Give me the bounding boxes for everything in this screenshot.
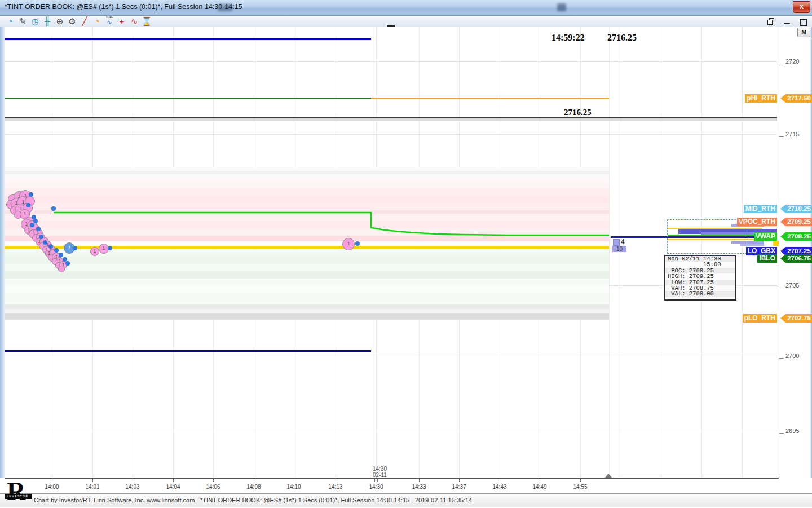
depth-heatmap-row (5, 221, 609, 228)
depth-heatmap-row (5, 228, 609, 236)
depth-heatmap-row (5, 214, 609, 221)
settlement-price-label: 2716.25 (564, 108, 592, 117)
price-tag-VPOC_RTH[interactable]: 2709.25 (780, 218, 812, 226)
x-axis-label: 14:49 (527, 484, 552, 490)
window-title: *TINT ORDER BOOK: @ES# (1s*) 1 Secs (0:0… (5, 3, 242, 11)
overnight-high-line (5, 38, 371, 40)
trade-dot (26, 203, 30, 207)
level-chip-VPOC_RTH[interactable]: VPOC_RTH (737, 218, 777, 226)
stopwatch-icon[interactable]: ◔ (5, 16, 16, 27)
y-axis-label: 2715 (785, 131, 799, 138)
level-chip-pLO_RTH[interactable]: pLO_RTH (743, 314, 777, 323)
x-axis-label: 14:00 (39, 484, 64, 490)
gridline-horizontal (5, 61, 777, 62)
trendline-icon[interactable]: ╱ (79, 16, 90, 27)
overnight-low-line (5, 350, 371, 352)
pane-splitter-handle[interactable] (387, 25, 395, 27)
price-tag-MID_RTH[interactable]: 2710.25 (780, 205, 812, 213)
depth-heatmap-row (5, 203, 609, 210)
dom-level-line (773, 241, 779, 246)
phi-rth-line (371, 98, 609, 99)
toolbar: ◔✎◷╫⊕⚙╱◔TITLE∿+∿⌛ (0, 16, 812, 28)
m-button[interactable]: M (797, 28, 810, 37)
x-axis-label: 14:13 (323, 484, 348, 490)
trade-dot (29, 192, 33, 197)
trade-dot (65, 261, 70, 266)
x-axis-label: 14:43 (487, 484, 512, 490)
cursor-position-marker (605, 474, 612, 478)
pencil-icon[interactable]: ✎ (17, 16, 28, 27)
last-trade-time: 14:59:22 (551, 33, 585, 43)
trade-dot (48, 244, 53, 249)
gridline-vertical (661, 27, 661, 478)
gridline-horizontal (5, 356, 777, 356)
title-chart-icon[interactable]: TITLE∿ (104, 16, 115, 27)
y-axis-label: 2695 (785, 427, 799, 434)
level-chip-VWAP[interactable]: VWAP (754, 232, 777, 241)
depth-heatmap-row (5, 236, 609, 241)
x-axis-label: 14:06 (201, 484, 226, 490)
close-button[interactable]: X (793, 1, 810, 13)
y-axis-tick (779, 64, 784, 64)
trade-dot (59, 253, 63, 257)
level-chip-IBLO[interactable]: IBLO (757, 254, 777, 263)
dom-selection-box (667, 219, 747, 254)
zoom-icon[interactable]: ⊕ (54, 16, 65, 27)
x-axis-tick (294, 479, 294, 482)
app-window: *TINT ORDER BOOK: @ES# (1s*) 1 Secs (0:0… (0, 0, 812, 508)
x-axis-tick (254, 479, 254, 482)
trade-dot (355, 241, 360, 246)
profile-tooltip: Mon 02/11 14:30 15:00 POC: 2708.25HIGH: … (664, 255, 736, 301)
x-axis-label: 14:10 (281, 484, 306, 490)
x-axis-tick (213, 479, 214, 482)
x-axis-tick (133, 479, 133, 482)
restore-window-icon[interactable] (766, 18, 775, 25)
depth-heatmap-row (5, 313, 609, 320)
depth-heatmap-row (5, 196, 609, 203)
y-axis-label: 2720 (785, 58, 799, 65)
depth-heatmap-row (5, 293, 609, 304)
x-axis-tick (336, 479, 336, 482)
ask-depth-swatch (613, 239, 620, 246)
bid-depth-count: 10 (612, 246, 626, 252)
title-bar[interactable]: *TINT ORDER BOOK: @ES# (1s*) 1 Secs (0:0… (0, 0, 812, 16)
level-chip-MID_RTH[interactable]: MID_RTH (744, 205, 777, 213)
logo-letter: R (7, 478, 25, 505)
y-axis-tick (779, 136, 784, 137)
chart-area[interactable]: 14:59:22 2716.25 2716.25 M 14:30 02-11 4… (0, 27, 812, 493)
trade-dot (39, 235, 43, 239)
x-axis-tick (419, 479, 420, 482)
x-axis-label: 14:01 (80, 484, 105, 490)
settings-gear-icon[interactable]: ⚙ (67, 16, 78, 27)
y-axis-tick (779, 358, 784, 359)
depth-heatmap-row (5, 309, 609, 313)
oscillator-icon[interactable]: ∿ (129, 16, 140, 27)
trade-bubble: 1 (342, 238, 355, 250)
level-chip-pHI_RTH[interactable]: pHI_RTH (745, 94, 777, 103)
alarm-icon[interactable]: ◔ (91, 16, 103, 27)
status-bar: R INVESTOR Chart by Investor/RT, Linn So… (0, 493, 812, 507)
price-tag-VWAP[interactable]: 2708.25 (780, 232, 812, 241)
trade-dot (73, 246, 77, 250)
x-axis-tick (377, 479, 378, 482)
x-axis-label: 14:03 (120, 484, 145, 490)
gridline-vertical (609, 27, 610, 478)
crosshair-icon[interactable]: + (116, 16, 127, 27)
hourglass-icon[interactable]: ⌛ (141, 16, 152, 27)
minimize-icon[interactable] (783, 18, 792, 25)
price-tag-pHI_RTH[interactable]: 2717.50 (780, 94, 812, 103)
price-tag-IBLO[interactable]: 2706.75 (780, 254, 812, 263)
x-axis-label: 14:55 (568, 484, 593, 490)
trade-dot (30, 223, 34, 227)
x-axis-label: 14:04 (161, 484, 186, 490)
last-trade-price: 2716.25 (607, 33, 637, 43)
investor-rt-logo: R INVESTOR (5, 480, 32, 507)
trade-dot (36, 227, 41, 231)
price-tag-pLO_RTH[interactable]: 2702.75 (780, 314, 812, 323)
clock-icon[interactable]: ◷ (29, 16, 41, 27)
maximize-icon[interactable] (798, 18, 807, 25)
candlestick-icon[interactable]: ╫ (42, 16, 53, 27)
price-tag-LO_GBX[interactable]: 2707.25 (780, 247, 812, 255)
x-axis-label: 14:08 (241, 484, 266, 490)
session-break-label: 14:30 02-11 (373, 466, 387, 478)
